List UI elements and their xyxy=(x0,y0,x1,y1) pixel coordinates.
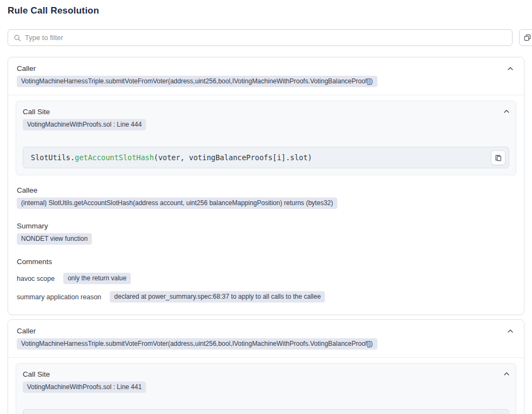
call-site-panel: Call Site VotingMachineWithProofs.sol : … xyxy=(16,363,516,414)
filter-toolbar xyxy=(8,29,524,46)
comment-row: summary application reason declared at p… xyxy=(17,291,515,303)
call-site-badge: VotingMachineWithProofs.sol : Line 441 xyxy=(23,382,146,393)
summary-badge: NONDET view function xyxy=(17,233,92,245)
copy-code-button[interactable] xyxy=(491,150,506,165)
caller-header[interactable]: Caller VotingMachineHarnessTriple.submit… xyxy=(8,320,524,358)
copy-icon xyxy=(495,154,502,162)
copy-stack-icon xyxy=(523,34,531,42)
comments-section: Comments havoc scope only the return val… xyxy=(17,258,515,303)
search-icon xyxy=(14,34,21,42)
filter-input[interactable] xyxy=(25,34,507,42)
caller-signature-badge: VotingMachineHarnessTriple.submitVoteFro… xyxy=(17,338,377,350)
chevron-up-icon[interactable] xyxy=(503,108,510,115)
call-site-panel: Call Site VotingMachineWithProofs.sol : … xyxy=(16,101,516,175)
comment-value-badge: only the return value xyxy=(63,273,131,284)
chevron-up-icon[interactable] xyxy=(503,370,510,378)
code-function-name: getAccountSlotHash xyxy=(75,153,154,162)
caller-signature-badge: VotingMachineHarnessTriple.submitVoteFro… xyxy=(17,76,377,87)
comment-key: summary application reason xyxy=(17,293,101,301)
page-title: Rule Call Resolution xyxy=(8,5,524,16)
rule-call-resolution-page: Rule Call Resolution Caller VotingMachin… xyxy=(0,0,532,414)
code-text: (voter, votingBalanceProofs[i].slot) xyxy=(154,153,312,162)
chevron-up-icon[interactable] xyxy=(507,65,514,73)
call-resolution-card: Caller VotingMachineHarnessTriple.submit… xyxy=(8,319,524,414)
comment-row: havoc scope only the return value xyxy=(17,273,515,284)
call-site-badge: VotingMachineWithProofs.sol : Line 444 xyxy=(23,119,146,130)
card-body: Callee (internal) SlotUtils.getAccountSl… xyxy=(8,186,524,314)
summary-section: Summary NONDET view function xyxy=(17,222,515,247)
chevron-up-icon[interactable] xyxy=(507,327,514,335)
caller-label: Caller xyxy=(17,327,515,335)
comment-key: havoc scope xyxy=(17,275,55,282)
callee-signature-badge: (internal) SlotUtils.getAccountSlotHash(… xyxy=(17,198,337,209)
collapse-all-button[interactable] xyxy=(519,29,532,46)
filter-box[interactable] xyxy=(8,29,513,46)
code-snippet: DATA_WAREHOUSE.getStorage(votingBalanceP… xyxy=(23,409,509,414)
comments-label: Comments xyxy=(17,258,515,266)
call-resolution-card: Caller VotingMachineHarnessTriple.submit… xyxy=(8,57,524,315)
caller-label: Caller xyxy=(17,64,515,73)
caller-header[interactable]: Caller VotingMachineHarnessTriple.submit… xyxy=(8,57,524,95)
call-site-label: Call Site xyxy=(23,370,509,378)
code-text: SlotUtils. xyxy=(31,153,75,162)
code-line: SlotUtils.getAccountSlotHash(voter, voti… xyxy=(31,152,501,163)
summary-label: Summary xyxy=(17,222,515,230)
call-site-label: Call Site xyxy=(23,108,509,116)
callee-label: Callee xyxy=(17,186,515,194)
code-snippet: SlotUtils.getAccountSlotHash(voter, voti… xyxy=(23,147,509,168)
callee-section: Callee (internal) SlotUtils.getAccountSl… xyxy=(17,186,515,211)
comment-value-badge: declared at power_summary.spec:68:37 to … xyxy=(110,291,325,303)
